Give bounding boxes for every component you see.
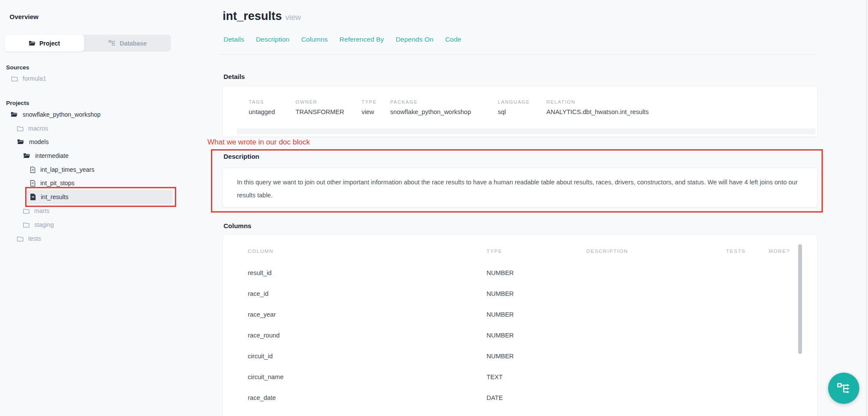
column-name: result_id — [248, 269, 487, 276]
details-fields: TAGS untagged OWNER TRANSFORMER TYPE vie… — [249, 99, 649, 115]
tree-item-label: intermediate — [35, 152, 69, 159]
column-type: TEXT — [487, 373, 586, 380]
database-lineage-icon — [108, 40, 116, 46]
toggle-project[interactable]: Project — [4, 35, 84, 52]
page-title: int_resultsview — [223, 10, 301, 23]
tree-item-int_lap_times_years[interactable]: int_lap_times_years — [30, 164, 95, 175]
field-language: LANGUAGE sql — [498, 99, 546, 115]
tab-description[interactable]: Description — [256, 36, 289, 43]
tab-divider — [219, 54, 819, 55]
tree-item-label: macros — [28, 125, 48, 132]
lineage-graph-icon — [837, 383, 850, 394]
details-heading: Details — [224, 73, 245, 80]
column-name: race_date — [248, 394, 487, 401]
columns-table-body: result_id NUMBER race_id NUMBER race_yea… — [248, 262, 802, 416]
tree-item-int_results[interactable]: int_results — [30, 191, 69, 203]
table-row[interactable]: result_id NUMBER — [248, 262, 802, 283]
folder-open-icon — [17, 139, 24, 145]
table-row[interactable]: circuit_id NUMBER — [248, 346, 802, 367]
header-tests: TESTS — [726, 249, 769, 254]
column-type: NUMBER — [487, 353, 586, 360]
tree-item-label: snowflake_python_workshop — [23, 111, 101, 118]
table-row[interactable]: race_time TIME — [248, 408, 802, 416]
folder-open-icon — [10, 111, 18, 118]
column-name: circuit_name — [248, 373, 487, 380]
field-relation: RELATION ANALYTICS.dbt_hwatson.int_resul… — [546, 99, 649, 115]
field-owner: OWNER TRANSFORMER — [296, 99, 362, 115]
field-package: PACKAGE snowflake_python_workshop — [390, 99, 498, 115]
sources-label: Sources — [6, 64, 29, 71]
column-type: DATE — [487, 394, 586, 401]
file-filled-icon — [30, 193, 36, 200]
toggle-database-label: Database — [120, 40, 147, 47]
view-toggle: Project Database — [4, 35, 171, 52]
columns-heading: Columns — [224, 222, 251, 229]
column-type: NUMBER — [487, 269, 586, 276]
description-text: In this query we want to join out other … — [237, 176, 806, 202]
toggle-project-label: Project — [39, 40, 60, 47]
column-name: race_year — [248, 311, 487, 318]
folder-closed-icon — [17, 236, 23, 242]
table-row[interactable]: race_id NUMBER — [248, 283, 802, 304]
tree-item-staging[interactable]: staging — [23, 219, 54, 230]
folder-closed-icon — [11, 76, 18, 82]
file-icon — [30, 180, 36, 187]
tree-item-tests[interactable]: tests — [17, 233, 41, 244]
tab-details[interactable]: Details — [224, 36, 244, 43]
tab-code[interactable]: Code — [445, 36, 461, 43]
column-type: NUMBER — [487, 311, 586, 318]
columns-card: COLUMN TYPE DESCRIPTION TESTS MORE? resu… — [222, 234, 818, 416]
columns-table-header: COLUMN TYPE DESCRIPTION TESTS MORE? — [248, 249, 802, 254]
tab-bar: Details Description Columns Referenced B… — [224, 36, 461, 43]
tab-columns[interactable]: Columns — [301, 36, 328, 43]
table-row[interactable]: race_year NUMBER — [248, 304, 802, 325]
source-item-label: formula1 — [23, 75, 46, 82]
details-card: TAGS untagged OWNER TRANSFORMER TYPE vie… — [222, 86, 818, 137]
table-row[interactable]: circuit_name TEXT — [248, 367, 802, 387]
header-description: DESCRIPTION — [586, 249, 726, 254]
column-name: race_round — [248, 332, 487, 339]
tree-item-snowflake_python_workshop[interactable]: snowflake_python_workshop — [10, 109, 101, 120]
toggle-database[interactable]: Database — [84, 35, 171, 52]
tree-item-models[interactable]: models — [17, 136, 49, 147]
folder-open-icon — [23, 153, 30, 159]
table-row[interactable]: race_date DATE — [248, 387, 802, 408]
folder-closed-icon — [23, 208, 30, 214]
tree-item-marts[interactable]: marts — [23, 205, 49, 216]
field-type: TYPE view — [362, 99, 390, 115]
annotation-text: What we wrote in our doc block — [207, 138, 310, 147]
tree-item-label: staging — [34, 221, 54, 228]
page-scrollbar-track[interactable] — [866, 0, 867, 416]
file-icon — [30, 167, 36, 173]
tree-item-label: int_lap_times_years — [40, 166, 95, 173]
description-heading: Description — [224, 153, 260, 160]
folder-open-icon — [29, 40, 36, 46]
header-column: COLUMN — [248, 249, 487, 254]
tree-item-macros[interactable]: macros — [17, 123, 48, 134]
sidebar-title: Overview — [10, 13, 39, 20]
tree-item-label: int_results — [41, 193, 69, 200]
model-name: int_results — [223, 10, 282, 23]
projects-label: Projects — [6, 100, 29, 106]
source-item-formula1[interactable]: formula1 — [11, 73, 46, 84]
header-type: TYPE — [487, 249, 586, 254]
header-more: MORE? — [769, 249, 802, 254]
tree-item-label: models — [29, 138, 49, 145]
folder-closed-icon — [17, 126, 23, 131]
folder-closed-icon — [23, 222, 30, 228]
column-type: NUMBER — [487, 332, 586, 339]
tab-referenced-by[interactable]: Referenced By — [339, 36, 384, 43]
tab-depends-on[interactable]: Depends On — [396, 36, 434, 43]
tree-item-intermediate[interactable]: intermediate — [23, 150, 69, 161]
tree-item-int_pit_stops[interactable]: int_pit_stops — [30, 177, 75, 189]
tree-item-label: marts — [34, 207, 49, 214]
column-name: circuit_id — [248, 353, 487, 360]
table-row[interactable]: race_round NUMBER — [248, 325, 802, 346]
table-scrollbar[interactable] — [798, 244, 802, 354]
column-type: NUMBER — [487, 290, 586, 297]
field-tags: TAGS untagged — [249, 99, 296, 115]
materialization-badge: view — [286, 13, 301, 22]
description-card: In this query we want to join out other … — [222, 167, 818, 207]
lineage-graph-button[interactable] — [828, 373, 859, 404]
column-name: race_id — [248, 290, 487, 297]
